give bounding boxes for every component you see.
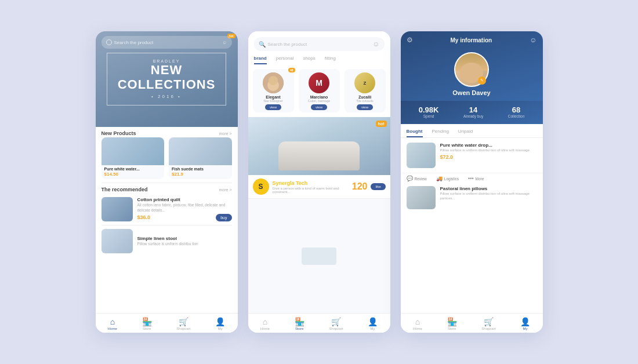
product-card-1[interactable]: Pure white water... $14.50 (102, 137, 165, 179)
hero-title: NEWCOLLECTIONS (118, 63, 216, 91)
nav-cart-label-3: Shopcart (481, 327, 495, 330)
search-area-2: 🔍 Search the product ☺ (248, 31, 390, 51)
nav-cart-1[interactable]: 🛒 Shopcart (176, 317, 190, 330)
sofa-shape (278, 141, 360, 170)
featured-count: 120 (352, 181, 368, 192)
bottom-image-hint (302, 247, 336, 265)
rec-name-1: Cotton printed quilt (137, 197, 232, 202)
brands-row: 46 Elegant Star Designer view M Marclano… (248, 64, 390, 117)
brand-badge-elegant: 46 (288, 68, 295, 72)
nav-my-2[interactable]: 👤 My (368, 317, 378, 330)
order-name-2: Pastoral linen pillows (440, 186, 537, 191)
profile-header: ⚙ My information ☺ ✎ Owen Davey (401, 31, 543, 101)
logistics-label: Logistics (444, 177, 459, 181)
rec-item-1[interactable]: Cotton printed quilt All cotton leno fab… (96, 194, 238, 225)
nav-store-label-2: Store (295, 327, 303, 330)
rec-image-1 (102, 197, 133, 221)
my-icon-2: 👤 (368, 317, 378, 326)
more-btn[interactable]: ••• More (468, 176, 484, 181)
store-icon-2: 🏪 (295, 317, 304, 326)
rec-item-2[interactable]: Simple linen stool Pillow surface is uni… (96, 225, 238, 257)
tab-brand[interactable]: brand (254, 56, 267, 64)
stat-spend: 0.98K Spend (419, 105, 439, 118)
search-placeholder: Search the product (114, 40, 154, 45)
tab-unpaid[interactable]: Unpaid (458, 129, 473, 137)
order-image-2 (407, 186, 436, 209)
tab-fitting[interactable]: fitting (325, 56, 336, 64)
brand-sub-zucalli: Tile cotwulls (356, 99, 374, 103)
nav-store-label-3: Store (448, 327, 456, 330)
nav-my-label-2: My (371, 327, 375, 330)
search-bar-2[interactable]: 🔍 Search the product ☺ (254, 37, 385, 51)
more-content (248, 198, 390, 313)
my-icon: 👤 (215, 317, 225, 326)
search-icon-2: 🔍 (259, 41, 266, 48)
stat-collection-value: 68 (508, 105, 525, 114)
order-actions-1: 💬 Review 🚚 Logistics ••• More (401, 173, 543, 183)
brand-avatar-marclano: M (309, 72, 329, 93)
nav-cart-2[interactable]: 🛒 Shopcart (329, 317, 343, 330)
featured-sofa-image (248, 117, 390, 175)
brand-card-elegant[interactable]: 46 Elegant Star Designer view (253, 69, 294, 112)
rec-desc-1: All cotton leno fabric, pintucw, fibe fi… (137, 203, 232, 213)
new-products-more[interactable]: more > (219, 132, 232, 136)
gear-icon[interactable]: ⚙ (407, 36, 413, 44)
featured-hot-badge: hot (376, 121, 387, 127)
like-button[interactable]: like (371, 183, 385, 190)
review-btn[interactable]: 💬 Review (407, 176, 427, 181)
edit-avatar-icon[interactable]: ✎ (478, 77, 486, 85)
order-item-2[interactable]: Pastoral linen pillows Pillow surface is… (401, 183, 543, 213)
search-bar-1[interactable]: Search the product ☺ (102, 36, 232, 49)
rec-price-1: $36.0 (137, 214, 151, 220)
search-icon (106, 39, 112, 45)
product-image-2 (169, 137, 232, 165)
hero-banner: Search the product ☺ BRADLEY NEWCOLLECTI… (96, 31, 238, 127)
order-item-1[interactable]: Pure white water drop... Pillow surface … (401, 138, 543, 173)
nav-cart-3[interactable]: 🛒 Shopcart (481, 317, 495, 330)
brand-sub-elegant: Star Designer (263, 99, 283, 103)
more-label: More (476, 177, 484, 181)
nav-home-3[interactable]: ⌂ Home (413, 317, 422, 330)
view-btn-elegant[interactable]: view (265, 104, 281, 110)
store-icon: 🏪 (142, 317, 152, 326)
nav-store-1[interactable]: 🏪 Store (142, 317, 152, 330)
brand-avatar-elegant (263, 72, 284, 93)
logistics-btn[interactable]: 🚚 Logistics (436, 176, 459, 181)
rec-image-2 (102, 229, 133, 253)
recommended-label: The recommended (102, 187, 148, 192)
my-icon-3: 👤 (520, 317, 530, 326)
tab-pending[interactable]: Pending (432, 129, 449, 137)
featured-brand-name: Synergla Tech (273, 180, 349, 186)
nav-home-2[interactable]: ⌂ Home (260, 317, 270, 330)
new-products-label: New Products (102, 130, 136, 136)
home-icon-3: ⌂ (415, 317, 420, 326)
home-icon-2: ⌂ (263, 317, 267, 326)
nav-home-1[interactable]: ⌂ Home (108, 317, 117, 330)
synergla-logo: S (253, 179, 269, 195)
tab-bought[interactable]: Bought (407, 129, 423, 137)
profile-header-top: ⚙ My information ☺ (407, 36, 537, 44)
rec-info-2: Simple linen stool Pillow surface is uni… (137, 236, 232, 246)
brand-card-marclano[interactable]: M Marclano Culori, haimage view (299, 69, 340, 112)
brand-card-zucalli[interactable]: Z Zucalli Tile cotwulls view (345, 69, 386, 112)
nav-my-3[interactable]: 👤 My (520, 317, 530, 330)
nav-store-2[interactable]: 🏪 Store (295, 317, 304, 330)
featured-brand-desc: Give a person with a kind of warm bold a… (273, 187, 349, 194)
hero-year: • 2016 • (118, 94, 216, 99)
profile-stats: 0.98K Spend 14 Already buy 68 Collection (401, 101, 543, 124)
recommended-more[interactable]: more > (219, 188, 232, 192)
bottom-nav-1: ⌂ Home 🏪 Store 🛒 Shopcart 👤 My (96, 313, 238, 333)
tab-shops[interactable]: shops (303, 56, 315, 64)
tab-personal[interactable]: personal (276, 56, 294, 64)
view-btn-zucalli[interactable]: view (357, 104, 373, 110)
nav-store-3[interactable]: 🏪 Store (447, 317, 457, 330)
hero-content: BRADLEY NEWCOLLECTIONS • 2016 • (107, 53, 227, 105)
bottom-nav-3: ⌂ Home 🏪 Store 🛒 Shopcart 👤 My (401, 313, 543, 333)
view-btn-marclano[interactable]: view (311, 104, 327, 110)
nav-my-label-1: My (218, 327, 223, 330)
buy-button-1[interactable]: buy (216, 214, 231, 221)
nav-my-1[interactable]: 👤 My (215, 317, 225, 330)
brand-name-elegant: Elegant (266, 95, 280, 99)
nav-cart-label-1: Shopcart (176, 327, 190, 330)
product-card-2[interactable]: Fish suede mats $21.9 (169, 137, 232, 179)
